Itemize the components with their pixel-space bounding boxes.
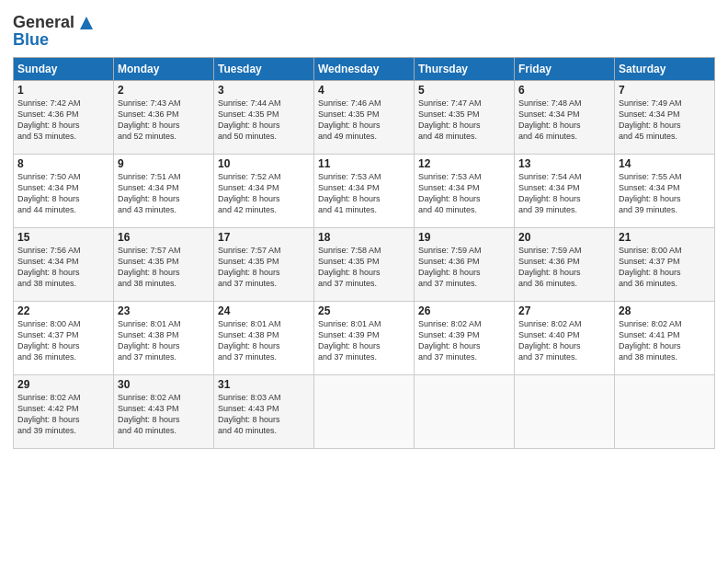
day-number: 3: [218, 84, 310, 97]
calendar-cell: 9Sunrise: 7:51 AMSunset: 4:34 PMDaylight…: [114, 154, 214, 227]
day-number: 26: [418, 304, 510, 317]
day-info: Sunrise: 7:49 AMSunset: 4:34 PMDaylight:…: [619, 98, 682, 141]
day-info: Sunrise: 7:54 AMSunset: 4:34 PMDaylight:…: [518, 172, 582, 214]
calendar-week-1: 1Sunrise: 7:42 AMSunset: 4:36 PMDaylight…: [14, 80, 715, 154]
calendar-cell: [515, 374, 615, 448]
svg-marker-0: [80, 17, 93, 29]
calendar-cell: [415, 374, 515, 448]
calendar-cell: 29Sunrise: 8:02 AMSunset: 4:42 PMDayligh…: [14, 374, 114, 448]
weekday-header-tuesday: Tuesday: [214, 57, 314, 80]
calendar-cell: 10Sunrise: 7:52 AMSunset: 4:34 PMDayligh…: [214, 154, 314, 227]
day-info: Sunrise: 7:53 AMSunset: 4:34 PMDaylight:…: [418, 172, 482, 214]
logo-blue: Blue: [13, 31, 97, 50]
day-info: Sunrise: 8:02 AMSunset: 4:39 PMDaylight:…: [418, 319, 482, 362]
calendar-cell: 8Sunrise: 7:50 AMSunset: 4:34 PMDaylight…: [14, 154, 114, 227]
day-info: Sunrise: 7:42 AMSunset: 4:36 PMDaylight:…: [17, 98, 81, 141]
day-number: 18: [318, 231, 410, 244]
day-info: Sunrise: 8:02 AMSunset: 4:43 PMDaylight:…: [118, 393, 181, 435]
calendar-cell: 1Sunrise: 7:42 AMSunset: 4:36 PMDaylight…: [14, 80, 114, 154]
calendar-cell: 23Sunrise: 8:01 AMSunset: 4:38 PMDayligh…: [114, 301, 214, 374]
day-number: 23: [118, 304, 210, 317]
day-number: 29: [17, 378, 109, 391]
day-info: Sunrise: 7:59 AMSunset: 4:36 PMDaylight:…: [518, 246, 582, 288]
day-number: 22: [17, 304, 109, 317]
day-info: Sunrise: 8:03 AMSunset: 4:43 PMDaylight:…: [218, 393, 281, 435]
day-number: 11: [318, 157, 410, 170]
day-number: 9: [118, 157, 210, 170]
calendar-cell: 2Sunrise: 7:43 AMSunset: 4:36 PMDaylight…: [114, 80, 214, 154]
day-number: 28: [619, 304, 711, 317]
day-info: Sunrise: 7:58 AMSunset: 4:35 PMDaylight:…: [318, 246, 381, 288]
day-number: 21: [619, 231, 711, 244]
logo-icon: [76, 13, 97, 33]
calendar-week-5: 29Sunrise: 8:02 AMSunset: 4:42 PMDayligh…: [14, 374, 715, 448]
day-info: Sunrise: 8:02 AMSunset: 4:40 PMDaylight:…: [518, 319, 582, 362]
day-number: 31: [218, 378, 310, 391]
calendar-header-row: SundayMondayTuesdayWednesdayThursdayFrid…: [14, 57, 715, 80]
calendar-cell: 15Sunrise: 7:56 AMSunset: 4:34 PMDayligh…: [14, 227, 114, 301]
day-number: 2: [118, 84, 210, 97]
calendar-cell: 19Sunrise: 7:59 AMSunset: 4:36 PMDayligh…: [415, 227, 515, 301]
day-number: 7: [619, 84, 711, 97]
day-number: 27: [518, 304, 610, 317]
main-container: General Blue SundayMondayTuesdayWednesda…: [0, 0, 728, 456]
day-number: 6: [518, 84, 610, 97]
day-info: Sunrise: 7:53 AMSunset: 4:34 PMDaylight:…: [318, 172, 381, 214]
calendar-cell: 28Sunrise: 8:02 AMSunset: 4:41 PMDayligh…: [615, 301, 715, 374]
day-info: Sunrise: 8:02 AMSunset: 4:41 PMDaylight:…: [619, 319, 682, 362]
calendar-cell: 20Sunrise: 7:59 AMSunset: 4:36 PMDayligh…: [515, 227, 615, 301]
calendar-body: 1Sunrise: 7:42 AMSunset: 4:36 PMDaylight…: [14, 80, 715, 448]
day-info: Sunrise: 8:01 AMSunset: 4:39 PMDaylight:…: [318, 319, 381, 362]
calendar-cell: [314, 374, 415, 448]
calendar-cell: 24Sunrise: 8:01 AMSunset: 4:38 PMDayligh…: [214, 301, 314, 374]
weekday-header-wednesday: Wednesday: [314, 57, 415, 80]
calendar-week-3: 15Sunrise: 7:56 AMSunset: 4:34 PMDayligh…: [14, 227, 715, 301]
day-info: Sunrise: 7:57 AMSunset: 4:35 PMDaylight:…: [118, 246, 181, 288]
day-number: 16: [118, 231, 210, 244]
calendar-cell: 12Sunrise: 7:53 AMSunset: 4:34 PMDayligh…: [415, 154, 515, 227]
day-number: 24: [218, 304, 310, 317]
day-number: 4: [318, 84, 410, 97]
day-number: 25: [318, 304, 410, 317]
day-number: 10: [218, 157, 310, 170]
day-info: Sunrise: 7:52 AMSunset: 4:34 PMDaylight:…: [218, 172, 281, 214]
calendar-week-2: 8Sunrise: 7:50 AMSunset: 4:34 PMDaylight…: [14, 154, 715, 227]
weekday-header-sunday: Sunday: [14, 57, 114, 80]
calendar-cell: [615, 374, 715, 448]
day-number: 14: [619, 157, 711, 170]
day-info: Sunrise: 7:48 AMSunset: 4:34 PMDaylight:…: [518, 98, 582, 141]
calendar-cell: 13Sunrise: 7:54 AMSunset: 4:34 PMDayligh…: [515, 154, 615, 227]
day-info: Sunrise: 7:51 AMSunset: 4:34 PMDaylight:…: [118, 172, 181, 214]
day-info: Sunrise: 7:44 AMSunset: 4:35 PMDaylight:…: [218, 98, 281, 141]
day-info: Sunrise: 7:56 AMSunset: 4:34 PMDaylight:…: [17, 246, 81, 288]
day-info: Sunrise: 7:57 AMSunset: 4:35 PMDaylight:…: [218, 246, 281, 288]
day-number: 5: [418, 84, 510, 97]
logo-general: General: [13, 13, 74, 31]
day-number: 20: [518, 231, 610, 244]
day-info: Sunrise: 7:47 AMSunset: 4:35 PMDaylight:…: [418, 98, 482, 141]
day-info: Sunrise: 8:00 AMSunset: 4:37 PMDaylight:…: [619, 246, 682, 288]
day-number: 19: [418, 231, 510, 244]
calendar-cell: 11Sunrise: 7:53 AMSunset: 4:34 PMDayligh…: [314, 154, 415, 227]
calendar-cell: 4Sunrise: 7:46 AMSunset: 4:35 PMDaylight…: [314, 80, 415, 154]
day-number: 8: [17, 157, 109, 170]
calendar-cell: 14Sunrise: 7:55 AMSunset: 4:34 PMDayligh…: [615, 154, 715, 227]
weekday-header-friday: Friday: [515, 57, 615, 80]
calendar-table: SundayMondayTuesdayWednesdayThursdayFrid…: [13, 57, 715, 449]
day-number: 12: [418, 157, 510, 170]
calendar-cell: 17Sunrise: 7:57 AMSunset: 4:35 PMDayligh…: [214, 227, 314, 301]
day-info: Sunrise: 7:59 AMSunset: 4:36 PMDaylight:…: [418, 246, 482, 288]
calendar-cell: 26Sunrise: 8:02 AMSunset: 4:39 PMDayligh…: [415, 301, 515, 374]
day-info: Sunrise: 8:02 AMSunset: 4:42 PMDaylight:…: [17, 393, 81, 435]
header: General Blue: [13, 9, 715, 50]
calendar-cell: 7Sunrise: 7:49 AMSunset: 4:34 PMDaylight…: [615, 80, 715, 154]
day-info: Sunrise: 7:50 AMSunset: 4:34 PMDaylight:…: [17, 172, 81, 214]
day-number: 30: [118, 378, 210, 391]
calendar-cell: 5Sunrise: 7:47 AMSunset: 4:35 PMDaylight…: [415, 80, 515, 154]
logo: General Blue: [13, 13, 97, 50]
calendar-cell: 31Sunrise: 8:03 AMSunset: 4:43 PMDayligh…: [214, 374, 314, 448]
calendar-cell: 22Sunrise: 8:00 AMSunset: 4:37 PMDayligh…: [14, 301, 114, 374]
calendar-cell: 30Sunrise: 8:02 AMSunset: 4:43 PMDayligh…: [114, 374, 214, 448]
day-info: Sunrise: 8:01 AMSunset: 4:38 PMDaylight:…: [218, 319, 281, 362]
calendar-week-4: 22Sunrise: 8:00 AMSunset: 4:37 PMDayligh…: [14, 301, 715, 374]
